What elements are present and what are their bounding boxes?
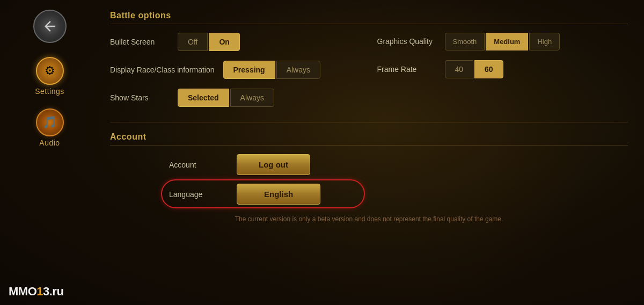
settings-label: Settings <box>35 87 64 96</box>
bullet-screen-label: Bullet Screen <box>110 37 169 47</box>
section-divider <box>110 122 628 122</box>
show-stars-selected[interactable]: Selected <box>178 89 229 107</box>
battle-right: Graphics Quality Smooth Medium High Fram… <box>361 33 628 107</box>
language-label: Language <box>169 190 228 199</box>
graphics-quality-row: Graphics Quality Smooth Medium High <box>377 33 628 50</box>
section-title-battle: Battle options <box>110 11 628 24</box>
back-arrow-icon <box>42 18 58 34</box>
display-race-toggle: Pressing Always <box>223 61 321 79</box>
bullet-screen-toggle: Off On <box>178 33 240 51</box>
logout-button[interactable]: Log out <box>237 154 310 175</box>
account-label: Account <box>169 161 228 169</box>
audio-icon: 🎵 <box>36 108 64 136</box>
audio-label: Audio <box>39 139 60 147</box>
display-race-row: Display Race/Class information Pressing … <box>110 61 361 79</box>
bullet-screen-on[interactable]: On <box>209 33 239 51</box>
show-stars-toggle: Selected Always <box>178 89 274 107</box>
language-button[interactable]: English <box>237 184 320 205</box>
watermark-dot: 1 <box>36 285 43 298</box>
bullet-screen-row: Bullet Screen Off On <box>110 33 361 51</box>
display-race-label: Display Race/Class information <box>110 65 215 75</box>
frame-rate-label: Frame Rate <box>377 64 436 74</box>
frame-rate-toggle: 40 60 <box>445 60 503 78</box>
language-row: Language English <box>110 184 628 205</box>
display-race-pressing[interactable]: Pressing <box>223 61 275 79</box>
account-logout-row: Account Log out <box>110 154 628 175</box>
gfx-high[interactable]: High <box>529 33 560 50</box>
bullet-screen-off[interactable]: Off <box>178 33 208 51</box>
account-section: Account Account Log out Language English <box>110 132 628 205</box>
frame-rate-row: Frame Rate 40 60 <box>377 60 628 78</box>
main-content: Battle options Bullet Screen Off On Disp… <box>99 0 644 305</box>
gfx-medium[interactable]: Medium <box>486 33 528 50</box>
back-button[interactable] <box>33 10 67 43</box>
account-options: Account Log out Language English <box>110 154 628 205</box>
show-stars-row: Show Stars Selected Always <box>110 89 361 107</box>
gfx-smooth[interactable]: Smooth <box>445 33 485 50</box>
watermark: MMO13.ru <box>9 285 63 299</box>
graphics-quality-label: Graphics Quality <box>377 37 436 46</box>
frame-rate-40[interactable]: 40 <box>445 60 474 78</box>
section-title-account: Account <box>110 132 628 146</box>
sidebar-item-settings[interactable]: ⚙ Settings <box>0 54 99 99</box>
graphics-quality-toggle: Smooth Medium High <box>445 33 560 50</box>
settings-icon: ⚙ <box>36 57 64 85</box>
battle-section: Bullet Screen Off On Display Race/Class … <box>110 33 628 107</box>
show-stars-label: Show Stars <box>110 93 169 103</box>
frame-rate-60[interactable]: 60 <box>474 60 503 78</box>
display-race-always[interactable]: Always <box>276 61 320 79</box>
battle-left: Bullet Screen Off On Display Race/Class … <box>110 33 361 107</box>
show-stars-always[interactable]: Always <box>230 89 274 107</box>
sidebar: ⚙ Settings 🎵 Audio <box>0 0 99 305</box>
beta-notice: The current version is only a beta versi… <box>110 211 628 223</box>
sidebar-item-audio[interactable]: 🎵 Audio <box>0 105 99 150</box>
